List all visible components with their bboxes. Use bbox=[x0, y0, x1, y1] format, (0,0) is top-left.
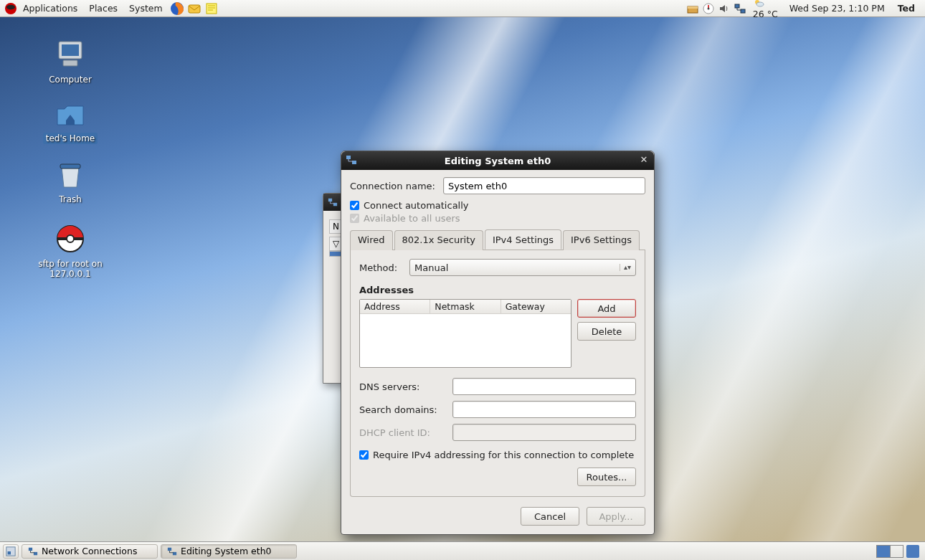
user-menu[interactable]: Ted bbox=[893, 3, 919, 14]
ipv4-pane: Method: Manual ▴▾ Addresses Address Netm… bbox=[350, 250, 645, 497]
svg-rect-16 bbox=[60, 164, 80, 169]
firefox-icon[interactable] bbox=[170, 1, 184, 16]
svg-rect-26 bbox=[29, 547, 32, 550]
svg-rect-15 bbox=[63, 60, 77, 66]
menu-places[interactable]: Places bbox=[83, 1, 123, 16]
require-ipv4-checkbox[interactable] bbox=[359, 450, 369, 460]
close-icon[interactable]: ✕ bbox=[638, 154, 650, 166]
dialog-titlebar[interactable]: Editing System eth0 ✕ bbox=[341, 151, 654, 170]
connect-automatically-label: Connect automatically bbox=[364, 200, 469, 211]
col-address[interactable]: Address bbox=[360, 300, 430, 313]
desktop[interactable]: Computer ted's Home Trash sftp for root … bbox=[0, 17, 925, 541]
routes-button[interactable]: Routes... bbox=[577, 468, 636, 486]
notes-icon[interactable] bbox=[204, 1, 219, 16]
computer-icon bbox=[53, 37, 87, 72]
add-button[interactable]: Add bbox=[577, 299, 636, 318]
svg-point-12 bbox=[756, 2, 764, 6]
task-label: Network Connections bbox=[42, 546, 137, 556]
sensor-icon[interactable] bbox=[703, 3, 714, 14]
desktop-icon-label: sftp for root on 127.0.0.1 bbox=[27, 258, 113, 280]
svg-point-1 bbox=[6, 4, 15, 9]
dns-label: DNS servers: bbox=[359, 381, 447, 392]
method-label: Method: bbox=[359, 262, 402, 273]
cancel-button[interactable]: Cancel bbox=[521, 507, 579, 526]
addresses-table[interactable]: Address Netmask Gateway bbox=[359, 299, 571, 368]
menu-applications[interactable]: Applications bbox=[17, 1, 83, 16]
trash-icon bbox=[53, 157, 87, 191]
tab-ipv6[interactable]: IPv6 Settings bbox=[563, 230, 640, 250]
dhcp-client-id-label: DHCP client ID: bbox=[359, 427, 447, 438]
tab-ipv4[interactable]: IPv4 Settings bbox=[485, 229, 561, 250]
trash-applet-icon[interactable] bbox=[906, 545, 919, 558]
weather-applet[interactable]: 26 °C bbox=[750, 0, 781, 19]
desktop-icon-trash[interactable]: Trash bbox=[27, 157, 113, 205]
method-value: Manual bbox=[414, 262, 448, 273]
window-icon bbox=[167, 546, 177, 556]
task-editing-connection[interactable]: Editing System eth0 bbox=[161, 544, 297, 559]
dialog-content: Connection name: Connect automatically A… bbox=[341, 170, 654, 534]
svg-rect-9 bbox=[735, 4, 739, 8]
tab-8021x[interactable]: 802.1x Security bbox=[394, 230, 483, 250]
tab-wired[interactable]: Wired bbox=[350, 230, 393, 250]
svg-rect-22 bbox=[346, 156, 351, 159]
menu-system[interactable]: System bbox=[123, 1, 169, 16]
task-label: Editing System eth0 bbox=[181, 546, 272, 556]
desktop-icon-label: Computer bbox=[46, 74, 95, 85]
show-desktop-button[interactable] bbox=[3, 544, 19, 559]
home-folder-icon bbox=[53, 96, 87, 130]
svg-point-8 bbox=[707, 7, 709, 9]
workspace-switcher[interactable] bbox=[876, 545, 903, 558]
distro-icon bbox=[4, 2, 17, 15]
method-combobox[interactable]: Manual ▴▾ bbox=[409, 259, 636, 276]
clock[interactable]: Wed Sep 23, 1:10 PM bbox=[785, 3, 889, 14]
system-tray: 26 °C Wed Sep 23, 1:10 PM Ted bbox=[687, 0, 925, 19]
apply-button: Apply... bbox=[587, 507, 645, 526]
desktop-icon-computer[interactable]: Computer bbox=[27, 37, 113, 85]
available-all-users-checkbox bbox=[350, 214, 359, 223]
svg-rect-25 bbox=[8, 551, 11, 554]
chevron-updown-icon: ▴▾ bbox=[620, 264, 631, 271]
weather-text: 26 °C bbox=[753, 9, 778, 19]
dns-input[interactable] bbox=[452, 378, 636, 395]
task-network-connections[interactable]: Network Connections bbox=[22, 544, 158, 559]
delete-button[interactable]: Delete bbox=[577, 322, 636, 341]
package-update-icon[interactable] bbox=[687, 3, 698, 14]
desktop-icon-label: Trash bbox=[56, 194, 85, 205]
dialog-title: Editing System eth0 bbox=[445, 156, 551, 166]
svg-rect-14 bbox=[62, 44, 79, 56]
evolution-icon[interactable] bbox=[187, 1, 201, 16]
desktop-icon-home[interactable]: ted's Home bbox=[27, 96, 113, 144]
pokeball-icon bbox=[53, 222, 87, 256]
svg-rect-6 bbox=[688, 6, 698, 9]
top-panel: Applications Places System 26 °C Wed Sep… bbox=[0, 0, 925, 17]
svg-rect-4 bbox=[207, 4, 217, 14]
window-icon bbox=[346, 154, 357, 166]
window-icon bbox=[28, 546, 38, 556]
svg-rect-20 bbox=[328, 199, 332, 201]
col-netmask[interactable]: Netmask bbox=[430, 300, 501, 313]
bottom-panel: Network Connections Editing System eth0 bbox=[0, 541, 925, 560]
connection-name-label: Connection name: bbox=[350, 181, 436, 191]
desktop-icon-label: ted's Home bbox=[43, 133, 98, 144]
available-all-users-label: Available to all users bbox=[364, 213, 460, 224]
tab-bar: Wired 802.1x Security IPv4 Settings IPv6… bbox=[350, 229, 645, 250]
svg-point-19 bbox=[67, 235, 74, 242]
svg-rect-28 bbox=[168, 547, 171, 550]
connection-name-input[interactable] bbox=[443, 177, 645, 194]
svg-rect-3 bbox=[189, 5, 200, 13]
require-ipv4-label: Require IPv4 addressing for this connect… bbox=[373, 450, 634, 460]
window-icon bbox=[328, 197, 338, 207]
connect-automatically-checkbox[interactable] bbox=[350, 201, 359, 210]
col-gateway[interactable]: Gateway bbox=[501, 300, 571, 313]
desktop-icon-sftp[interactable]: sftp for root on 127.0.0.1 bbox=[27, 222, 113, 280]
search-domains-input[interactable] bbox=[452, 401, 636, 418]
dhcp-client-id-input bbox=[452, 424, 636, 441]
editing-connection-dialog: Editing System eth0 ✕ Connection name: C… bbox=[341, 151, 655, 535]
volume-icon[interactable] bbox=[718, 3, 730, 14]
search-domains-label: Search domains: bbox=[359, 404, 447, 415]
addresses-heading: Addresses bbox=[359, 285, 636, 295]
network-icon[interactable] bbox=[734, 3, 746, 14]
